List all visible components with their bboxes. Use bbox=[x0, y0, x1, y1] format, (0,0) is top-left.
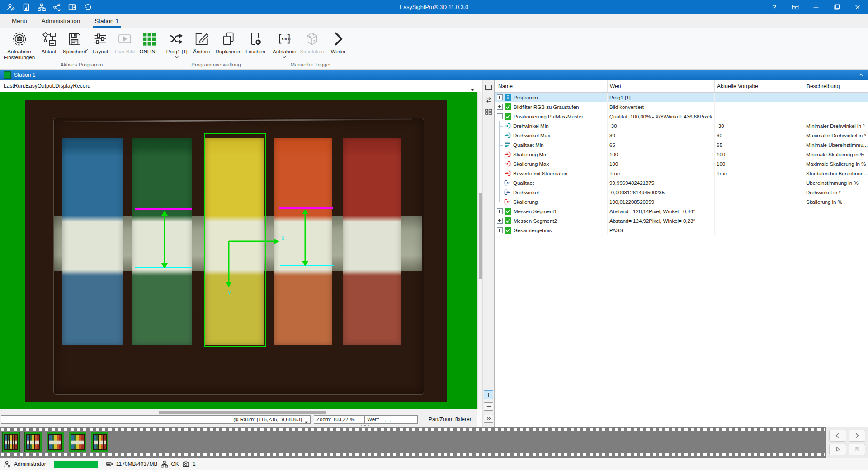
cell-name: Skalierung Max bbox=[495, 159, 608, 169]
next-image-button[interactable] bbox=[849, 430, 866, 442]
menu-tab-administration[interactable]: Administration bbox=[34, 14, 88, 28]
grid-list-icon[interactable] bbox=[484, 108, 493, 117]
online-button[interactable]: ONLINE bbox=[137, 29, 161, 55]
result-row-bildfilter-rgb-zu-graustufen[interactable]: Bildfilter RGB zu GraustufenBild konvert… bbox=[495, 102, 868, 112]
image-thumbnail[interactable] bbox=[47, 432, 64, 452]
image-thumbnail[interactable] bbox=[24, 432, 42, 452]
row-name: Drehwinkel Max bbox=[513, 133, 550, 138]
image-thumbnail[interactable] bbox=[69, 432, 86, 452]
single-view-button[interactable] bbox=[484, 390, 493, 399]
station-header-bar[interactable]: Station 1 bbox=[0, 70, 868, 80]
horizontal-scrollbar-thumb[interactable] bbox=[159, 411, 326, 414]
image-canvas[interactable]: X Y bbox=[0, 92, 477, 409]
expand-toggle[interactable] bbox=[497, 94, 503, 100]
result-row-drehwinkel[interactable]: Drehwinkel-0,00031261494500235Drehwinkel… bbox=[495, 188, 868, 197]
prog1-1-button[interactable]: Prog1 [1] bbox=[165, 29, 189, 59]
image-thumbnail[interactable] bbox=[91, 432, 108, 452]
column-header-name[interactable]: Name bbox=[495, 80, 608, 92]
image-thumbnail[interactable] bbox=[2, 432, 20, 452]
info-icon bbox=[505, 94, 511, 101]
display-source-combobox[interactable]: LastRun.EasyOutput.DisplayRecord bbox=[0, 80, 477, 92]
speichern-button[interactable]: Speichern bbox=[61, 29, 88, 55]
close-icon[interactable] bbox=[847, 0, 868, 14]
layout-columns-icon[interactable] bbox=[68, 3, 77, 12]
cell-name: Messen Segment1 bbox=[495, 207, 608, 216]
cell-vorgabe: 65 bbox=[715, 140, 804, 150]
undo-icon[interactable] bbox=[83, 3, 92, 12]
memory-usage-bar bbox=[54, 461, 98, 468]
minimize-icon[interactable] bbox=[806, 0, 826, 14]
image-viewer-panel: LastRun.EasyOutput.DisplayRecord bbox=[0, 80, 477, 427]
horizontal-scrollbar[interactable] bbox=[0, 409, 477, 414]
chevron-down-icon[interactable] bbox=[282, 56, 287, 59]
thumbnail-strip bbox=[15, 435, 17, 449]
result-row-drehwinkel-max[interactable]: Drehwinkel Max3030Maximaler Drehwinkel i… bbox=[495, 131, 868, 140]
löschen-button[interactable]: Löschen bbox=[243, 29, 268, 55]
result-row-skalierung-min[interactable]: Skalierung Min100100Minimale Skalierung … bbox=[495, 150, 868, 159]
duplizieren-button[interactable]: Duplizieren bbox=[214, 29, 244, 55]
row-name: Messen Segment1 bbox=[514, 209, 557, 214]
cell-wert: PASS bbox=[608, 226, 715, 235]
ribbon-toggle-icon[interactable] bbox=[785, 0, 806, 14]
cell-name: Drehwinkel Min bbox=[495, 121, 608, 131]
cell-beschreibung: Drehwinkel in ° bbox=[804, 188, 868, 197]
ribbon-group-separator bbox=[163, 30, 163, 67]
collapse-up-icon[interactable] bbox=[857, 71, 864, 79]
result-row-qualitaet[interactable]: Qualitaet99,9969482421875Übereinstimmung… bbox=[495, 178, 868, 188]
ribbon-button-label: Ändern bbox=[193, 49, 210, 55]
ribbon-group-buttons: RECAufnahmeSimulationWeiter bbox=[271, 28, 350, 61]
cursor-position-field[interactable]: @ Raum: (115,235, -9,68363) bbox=[1, 415, 311, 424]
zip-file-icon[interactable] bbox=[22, 3, 31, 12]
ablauf-button[interactable]: Ablauf bbox=[37, 29, 61, 55]
ribbon-group-manueller-trigger: RECAufnahmeSimulationWeiterManueller Tri… bbox=[271, 28, 350, 69]
pixel-value-field[interactable]: Wert: --,--,-- bbox=[364, 415, 418, 424]
result-row-gesamtergebnis[interactable]: GesamtergebnisPASS bbox=[495, 226, 868, 235]
menu-tab-menü[interactable]: Menü bbox=[5, 14, 34, 28]
aufnahme-button[interactable]: RECAufnahme bbox=[271, 29, 298, 59]
column-header-wert[interactable]: Wert bbox=[608, 80, 715, 92]
play-sequence-button[interactable] bbox=[829, 444, 846, 456]
expand-toggle[interactable] bbox=[497, 208, 503, 214]
user-edit-icon[interactable] bbox=[6, 3, 15, 12]
expand-toggle[interactable] bbox=[497, 227, 503, 233]
result-row-skalierung[interactable]: Skalierung100,012208520059Skalierung in … bbox=[495, 197, 868, 207]
layout-button[interactable]: Layout bbox=[88, 29, 113, 55]
maximize-view-icon[interactable] bbox=[484, 83, 493, 92]
result-row-bewerte-mit-stoerdaten[interactable]: Bewerte mit StoerdatenTrueTrueStördaten … bbox=[495, 169, 868, 178]
minimize-panel-button[interactable] bbox=[484, 402, 493, 411]
expand-panel-button[interactable] bbox=[484, 414, 493, 423]
result-row-drehwinkel-min[interactable]: Drehwinkel Min-30-30Minimaler Drehwinkel… bbox=[495, 121, 868, 131]
result-row-qualitaet-min[interactable]: Qualitaet Min6565Minimale Übereinstimmu.… bbox=[495, 140, 868, 150]
weiter-button[interactable]: Weiter bbox=[326, 29, 350, 55]
result-row-programm[interactable]: ProgrammProg1 [1] bbox=[495, 93, 868, 102]
help-button[interactable]: ? bbox=[764, 0, 785, 14]
column-header-vorgabe[interactable]: Aktuelle Vorgabe bbox=[715, 80, 804, 92]
thumbnail-strip bbox=[32, 435, 34, 449]
cell-beschreibung bbox=[804, 207, 868, 216]
share-icon[interactable] bbox=[52, 3, 61, 12]
expand-toggle[interactable] bbox=[497, 104, 503, 110]
expand-toggle[interactable] bbox=[497, 113, 503, 119]
vertical-scrollbar-thumb[interactable] bbox=[479, 193, 482, 279]
chevron-down-icon[interactable] bbox=[175, 56, 179, 59]
cell-vorgabe bbox=[715, 102, 804, 112]
measure1-distance-arrow bbox=[159, 210, 170, 269]
topology-icon[interactable] bbox=[37, 3, 46, 12]
column-header-beschreibung[interactable]: Beschreibung bbox=[804, 80, 868, 92]
pan-zoom-lock-label[interactable]: Pan/Zoom fixieren bbox=[429, 416, 472, 423]
result-row-messen-segment1[interactable]: Messen Segment1Abstand= 128,14Pixel, Win… bbox=[495, 207, 868, 216]
swap-views-icon[interactable] bbox=[484, 95, 493, 104]
menu-tab-station-1[interactable]: Station 1 bbox=[87, 14, 126, 28]
thumbnail-strip bbox=[96, 435, 99, 449]
vertical-scrollbar[interactable] bbox=[477, 92, 482, 409]
delete-image-button[interactable] bbox=[849, 444, 866, 456]
zoom-level-field[interactable]: Zoom: 103,27 % bbox=[314, 415, 364, 424]
restore-icon[interactable] bbox=[826, 0, 847, 14]
result-row-skalierung-max[interactable]: Skalierung Max100100Maximale Skalierung … bbox=[495, 159, 868, 169]
ändern-button[interactable]: Ändern bbox=[189, 29, 214, 55]
expand-toggle[interactable] bbox=[497, 218, 503, 224]
result-row-messen-segment2[interactable]: Messen Segment2Abstand= 124,92Pixel, Win… bbox=[495, 216, 868, 226]
previous-image-button[interactable] bbox=[829, 430, 846, 442]
aufnahme-einstellungen-button[interactable]: Aufnahme Einstellungen bbox=[2, 29, 37, 61]
result-row-positionierung-patmax-muster[interactable]: Positionierung PatMax-MusterQualität: 10… bbox=[495, 112, 868, 121]
